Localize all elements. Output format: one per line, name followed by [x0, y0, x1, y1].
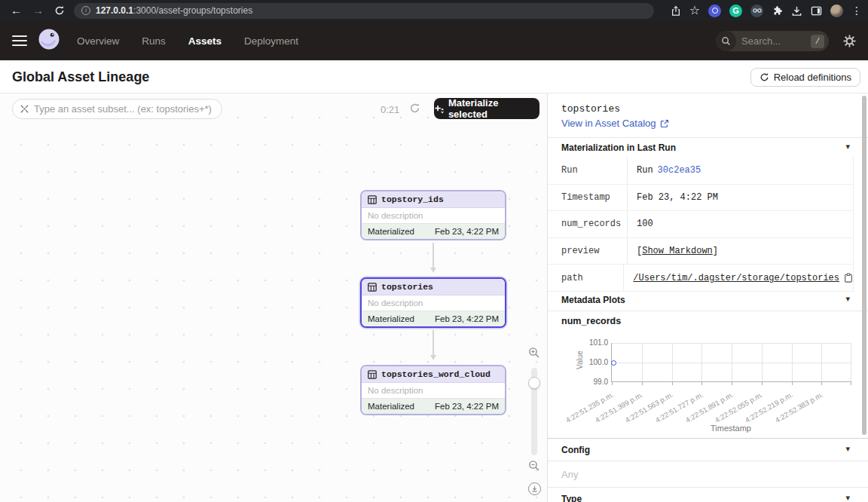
config-value: Any — [561, 469, 578, 480]
asset-timestamp: Feb 23, 4:22 PM — [435, 227, 499, 236]
profile-avatar[interactable] — [830, 5, 843, 17]
run-id-link[interactable]: 30c2ea35 — [658, 165, 701, 176]
main-nav: Overview Runs Assets Deployment — [77, 35, 298, 47]
table-icon — [368, 283, 377, 292]
asset-status: Materialized — [368, 227, 414, 236]
path-link[interactable]: /Users/tim/.dagster/storage/topstories — [633, 273, 839, 283]
row-value: [Show Markdown] — [628, 246, 718, 256]
share-icon[interactable] — [671, 5, 681, 17]
zoom-slider-handle[interactable] — [528, 377, 540, 389]
browser-menu-icon[interactable]: ⋮ — [851, 0, 862, 21]
divider — [548, 487, 868, 488]
browser-actions: ☆ G ⋮ — [671, 0, 862, 21]
materialize-selected-button[interactable]: Materialize selected — [434, 98, 539, 119]
divider — [548, 137, 868, 138]
asset-timestamp: Feb 23, 4:22 PM — [435, 402, 499, 411]
back-icon[interactable]: ← — [11, 0, 22, 21]
lineage-edge-arrow — [432, 330, 434, 359]
chevron-down-icon[interactable]: ▾ — [845, 493, 850, 502]
row-label: Run — [548, 158, 628, 184]
materialization-section-header[interactable]: Materialization in Last Run — [561, 142, 676, 153]
recenter-view-icon[interactable] — [528, 482, 541, 495]
asset-node-description: No description — [362, 208, 505, 223]
dagster-logo[interactable] — [38, 28, 60, 54]
table-row-timestamp: Timestamp Feb 23, 4:22 PM — [548, 185, 853, 212]
external-link-icon — [660, 119, 669, 128]
asset-node-name: topstories_word_cloud — [381, 369, 491, 379]
type-section-header[interactable]: Type — [561, 494, 582, 502]
asset-node-topstory-ids[interactable]: topstory_ids No description Materialized… — [360, 190, 506, 240]
chevron-down-icon[interactable]: ▾ — [845, 444, 850, 454]
row-value: Feb 23, 4:22 PM — [628, 192, 718, 203]
y-tick: 101.0 — [578, 338, 608, 347]
asset-details-sidebar: topstories View in Asset Catalog Materia… — [547, 93, 868, 502]
num-records-chart: Value 101.0 100.0 99.0 4:22:51.235 p.m. … — [548, 335, 868, 440]
browser-reload-icon[interactable] — [54, 5, 65, 16]
asset-status: Materialized — [368, 314, 414, 323]
browser-toolbar: ← → i 127.0.0.1:3000/asset-groups/topsto… — [0, 0, 868, 21]
materialize-icon — [434, 104, 444, 114]
chevron-down-icon[interactable]: ▾ — [845, 294, 850, 304]
refresh-countdown: 0:21 — [381, 104, 399, 115]
url-bar[interactable]: i 127.0.0.1:3000/asset-groups/topstories — [74, 3, 654, 19]
search-shortcut-badge: / — [811, 35, 824, 48]
zoom-out-icon[interactable] — [528, 460, 540, 475]
row-label: num_records — [548, 211, 628, 237]
asset-node-name: topstory_ids — [381, 194, 444, 204]
show-markdown-link[interactable]: Show Markdown — [642, 246, 713, 256]
metadata-plots-section-header[interactable]: Metadata Plots — [561, 295, 625, 305]
search-icon — [716, 31, 736, 51]
graph-refresh-icon[interactable] — [409, 103, 420, 117]
downloads-icon[interactable] — [791, 5, 802, 17]
asset-timestamp: Feb 23, 4:22 PM — [435, 314, 499, 323]
asset-node-header: topstories_word_cloud — [362, 366, 505, 383]
asset-node-topstories[interactable]: topstories No description Materialized F… — [360, 277, 506, 328]
grammarly-extension-icon[interactable]: G — [729, 5, 742, 17]
asset-subset-placeholder: Type an asset subset... (ex: topstories+… — [34, 103, 212, 115]
nav-deployment[interactable]: Deployment — [244, 35, 298, 47]
table-row-preview: preview [Show Markdown] — [548, 238, 853, 265]
row-value: /Users/tim/.dagster/storage/topstories — [624, 273, 853, 283]
copy-clipboard-icon[interactable] — [844, 273, 853, 283]
materialization-table: Run Run 30c2ea35 Timestamp Feb 23, 4:22 … — [548, 158, 854, 292]
nav-runs[interactable]: Runs — [142, 35, 166, 47]
chevron-down-icon[interactable]: ▾ — [845, 142, 850, 152]
search-placeholder: Search... — [741, 35, 811, 47]
row-value: 100 — [628, 219, 653, 229]
table-icon — [368, 195, 377, 204]
chart-plot-area — [611, 343, 851, 382]
onepassword-extension-icon[interactable] — [708, 5, 721, 17]
nav-overview[interactable]: Overview — [77, 35, 119, 47]
table-icon — [368, 370, 377, 379]
settings-gear-icon[interactable] — [843, 35, 856, 51]
sidebar-scrollbar[interactable] — [862, 96, 866, 435]
plot-title: num_records — [561, 316, 621, 326]
side-panel-icon[interactable] — [811, 5, 822, 17]
asset-node-topstories-word-cloud[interactable]: topstories_word_cloud No description Mat… — [360, 365, 506, 415]
nav-assets[interactable]: Assets — [188, 35, 222, 47]
extensions-puzzle-icon[interactable] — [772, 5, 783, 17]
y-tick: 100.0 — [578, 358, 608, 366]
screen: ← → i 127.0.0.1:3000/asset-groups/topsto… — [0, 0, 868, 502]
lineage-graph-canvas[interactable]: Type an asset subset... (ex: topstories+… — [0, 93, 547, 502]
asset-subset-input[interactable]: Type an asset subset... (ex: topstories+… — [12, 99, 222, 119]
table-row-path: path /Users/tim/.dagster/storage/topstor… — [548, 265, 853, 292]
reload-definitions-button[interactable]: Reload definitions — [750, 68, 860, 87]
asset-node-status-row: Materialized Feb 23, 4:22 PM — [362, 398, 505, 414]
config-section-header[interactable]: Config — [561, 445, 590, 455]
hamburger-menu-icon[interactable] — [12, 32, 27, 49]
zoom-in-icon[interactable] — [528, 347, 540, 362]
reload-icon — [760, 72, 769, 82]
divider — [548, 311, 868, 311]
sidebar-asset-title: topstories — [561, 103, 620, 115]
forward-icon[interactable]: → — [32, 0, 44, 21]
chart-data-point[interactable] — [611, 360, 616, 366]
chart-x-axis-label: Timestamp — [611, 424, 851, 433]
zoom-slider[interactable] — [531, 368, 537, 455]
site-info-icon[interactable]: i — [81, 6, 90, 15]
view-in-asset-catalog-link[interactable]: View in Asset Catalog — [561, 118, 669, 129]
search-input[interactable]: Search... / — [716, 31, 829, 51]
goggles-extension-icon[interactable] — [750, 5, 763, 17]
bookmark-star-icon[interactable]: ☆ — [689, 0, 700, 21]
table-row-run: Run Run 30c2ea35 — [548, 158, 853, 185]
